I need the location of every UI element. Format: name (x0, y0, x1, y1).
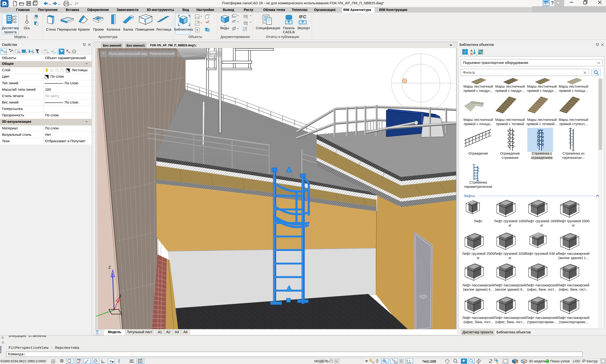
svg-text:LOD: LOD (573, 359, 580, 363)
svg-text:3D модель: 3D модель (529, 359, 546, 363)
svg-text:Контур: Контур (587, 359, 597, 363)
svg-text:?: ? (73, 50, 75, 53)
svg-text:91889.8294,9622.2860,0.0000: 91889.8294,9622.2860,0.0000 (0, 359, 46, 363)
svg-text:Z: Z (108, 265, 111, 270)
svg-text:МОДЕЛЬ: МОДЕЛЬ (314, 359, 329, 363)
svg-text:Показ узлов: Показ узлов (550, 359, 570, 363)
svg-text:*m1:100: *m1:100 (422, 359, 436, 363)
svg-text:М: М (335, 360, 338, 363)
svg-text:X: X (119, 294, 121, 298)
svg-text:Лифты: Лифты (464, 194, 475, 198)
